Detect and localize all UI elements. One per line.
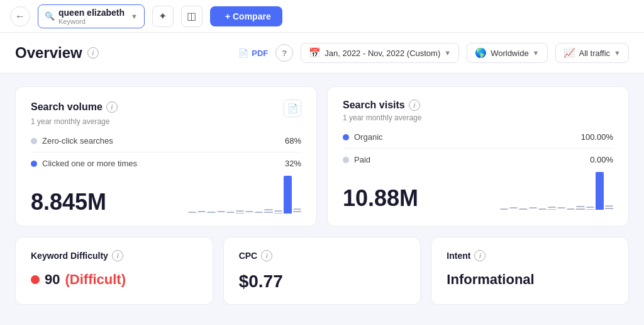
excel-export-button[interactable]: 📄 — [284, 100, 301, 117]
visits-metric-row: 10.88M — [343, 172, 613, 210]
chart-bar — [207, 212, 215, 214]
paid-dot — [343, 157, 349, 163]
search-volume-title: Search volume i — [31, 101, 118, 113]
help-button[interactable]: ? — [275, 44, 293, 62]
sv-subtitle: 1 year monthly average — [31, 117, 301, 126]
magic-tool-button[interactable]: ✦ — [152, 6, 174, 27]
globe-icon: 🌎 — [475, 47, 487, 59]
chart-bar — [293, 208, 301, 214]
chart-bar — [197, 211, 206, 214]
chevron-down-icon: ▼ — [131, 13, 138, 20]
chart-bar — [236, 210, 244, 214]
chart-bar — [245, 211, 253, 214]
legend-item-zero-click: Zero-click searches 68% — [31, 136, 301, 145]
chart-bar — [274, 210, 282, 214]
clicked-dot — [31, 161, 37, 167]
bottom-cards-row: Keyword Difficulty i 90 (Difficult) CPC … — [15, 237, 629, 305]
date-range-filter[interactable]: 📅 Jan, 2022 - Nov, 2022 (Custom) ▼ — [301, 43, 459, 63]
sv-mini-chart — [188, 176, 301, 214]
traffic-label: All traffic — [579, 48, 611, 58]
back-icon: ← — [15, 11, 25, 22]
visits-info-icon[interactable]: i — [409, 100, 420, 111]
chart-bar — [605, 205, 613, 210]
sv-info-icon[interactable]: i — [106, 101, 118, 113]
keyword-type: Keyword — [58, 18, 125, 25]
chart-bar — [217, 211, 225, 214]
chart-bar — [500, 208, 508, 210]
kd-dot — [31, 275, 40, 284]
pdf-button[interactable]: 📄 PDF — [238, 48, 268, 58]
organic-pct: 100.00% — [581, 132, 613, 142]
chart-bar — [188, 212, 196, 214]
chart-bar — [596, 172, 604, 210]
chart-bar — [509, 207, 518, 210]
traffic-filter[interactable]: 📈 All traffic ▼ — [555, 43, 630, 63]
intent-value: Informational — [447, 271, 613, 288]
header-controls: 📄 PDF ? 📅 Jan, 2022 - Nov, 2022 (Custom)… — [238, 43, 629, 63]
intent-card: Intent i Informational — [431, 237, 629, 305]
chart-bar — [226, 212, 235, 214]
cpc-info-icon[interactable]: i — [261, 250, 272, 261]
chart-bar — [519, 208, 527, 210]
back-button[interactable]: ← — [10, 6, 30, 26]
pdf-icon: 📄 — [238, 48, 248, 58]
split-view-button[interactable]: ◫ — [181, 6, 203, 27]
location-filter[interactable]: 🌎 Worldwide ▼ — [467, 43, 547, 63]
sv-metric-row: 8.845M — [31, 176, 301, 214]
chart-bar — [264, 209, 272, 214]
location-label: Worldwide — [491, 48, 528, 58]
search-icon: 🔍 — [45, 11, 55, 21]
chevron-down-icon: ▼ — [614, 49, 621, 57]
chevron-down-icon: ▼ — [533, 49, 540, 57]
chart-bar — [529, 207, 537, 210]
kd-title: Keyword Difficulty i — [31, 250, 197, 261]
keyword-search-pill[interactable]: 🔍 queen elizabeth Keyword ▼ — [38, 4, 145, 28]
paid-pct: 0.00% — [590, 155, 613, 164]
cpc-card: CPC i $0.77 — [223, 237, 421, 305]
calendar-icon: 📅 — [309, 47, 321, 59]
zero-click-dot — [31, 138, 37, 144]
chart-bar — [538, 208, 547, 210]
visits-mini-chart — [500, 172, 613, 210]
magic-icon: ✦ — [158, 10, 167, 22]
chart-bar — [586, 207, 594, 210]
clicked-pct: 32% — [285, 159, 301, 168]
search-visits-card: Search visits i 1 year monthly average O… — [327, 86, 629, 227]
visits-legend: Organic 100.00% Paid 0.00% — [343, 132, 613, 164]
split-icon: ◫ — [187, 10, 196, 22]
zero-click-pct: 68% — [285, 136, 301, 145]
kd-label: (Difficult) — [65, 271, 126, 288]
help-icon: ? — [282, 48, 287, 58]
top-cards-row: Search volume i 📄 1 year monthly average… — [15, 86, 629, 227]
organic-dot — [343, 134, 349, 140]
kd-info-icon[interactable]: i — [112, 250, 123, 261]
date-range-label: Jan, 2022 - Nov, 2022 (Custom) — [325, 48, 440, 58]
main-content: Search volume i 📄 1 year monthly average… — [0, 74, 644, 317]
pdf-label: PDF — [252, 48, 268, 58]
cpc-value: $0.77 — [239, 271, 406, 292]
search-volume-card: Search volume i 📄 1 year monthly average… — [15, 86, 317, 227]
traffic-icon: 📈 — [564, 47, 575, 59]
page-header: Overview i 📄 PDF ? 📅 Jan, 2022 - Nov, 20… — [0, 33, 644, 74]
title-row: Overview i — [15, 44, 99, 62]
chevron-down-icon: ▼ — [444, 49, 451, 57]
page-title: Overview — [15, 44, 82, 62]
legend-item-paid: Paid 0.00% — [343, 155, 613, 164]
intent-info-icon[interactable]: i — [474, 250, 486, 261]
chart-bar — [548, 207, 556, 210]
keyword-text: queen elizabeth — [58, 8, 125, 18]
sv-legend: Zero-click searches 68% Clicked one or m… — [31, 136, 301, 168]
visits-metric-value: 10.88M — [343, 187, 418, 210]
paid-label: Paid — [354, 155, 370, 164]
compare-button[interactable]: + Compare — [210, 6, 282, 26]
chart-bar — [567, 208, 575, 210]
chart-bar — [576, 206, 584, 210]
clicked-label: Clicked one or more times — [42, 159, 137, 168]
intent-title: Intent i — [447, 250, 613, 261]
zero-click-label: Zero-click searches — [42, 136, 113, 145]
top-navigation: ← 🔍 queen elizabeth Keyword ▼ ✦ ◫ + Comp… — [0, 0, 644, 33]
overview-info-icon[interactable]: i — [87, 47, 99, 59]
visits-subtitle: 1 year monthly average — [343, 113, 613, 122]
sv-metric-value: 8.845M — [31, 191, 106, 214]
legend-item-clicked: Clicked one or more times 32% — [31, 159, 301, 168]
